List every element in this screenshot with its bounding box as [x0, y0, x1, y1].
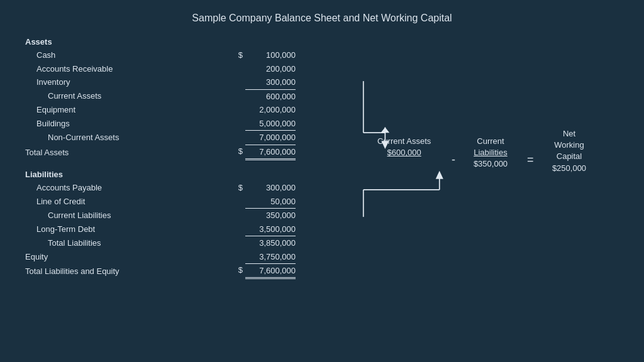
- non-current-assets-row: Non-Current Assets 7,000,000: [25, 130, 302, 144]
- equity-amount: 3,750,000: [245, 250, 296, 263]
- current-assets-amount: 600,000: [245, 89, 296, 103]
- long-term-debt-amount: 3,500,000: [245, 222, 296, 236]
- ar-amount: 200,000: [245, 62, 296, 75]
- line-of-credit-amount-col: 50,000: [220, 195, 302, 208]
- diagram-area: Current Assets $600,000 - CurrentLiabili…: [314, 60, 619, 287]
- diagram-svg: [314, 60, 619, 287]
- spacer-1: [25, 160, 302, 168]
- current-assets-row: Current Assets 600,000: [25, 89, 302, 103]
- inventory-amount-col: 300,000: [220, 75, 302, 89]
- non-current-assets-amount-col: 7,000,000: [220, 130, 302, 144]
- current-assets-label: Current Assets: [25, 89, 220, 102]
- non-current-assets-dollar: [234, 130, 243, 144]
- inventory-amount: 300,000: [245, 75, 296, 89]
- accounts-payable-amount-col: $ 300,000: [220, 181, 302, 194]
- buildings-dollar: [234, 117, 243, 130]
- cash-amount: 100,000: [245, 48, 296, 62]
- inventory-dollar: [234, 75, 243, 89]
- cash-dollar: $: [234, 48, 243, 62]
- page-container: Sample Company Balance Sheet and Net Wor…: [0, 0, 644, 362]
- accounts-payable-amount: 300,000: [245, 181, 296, 194]
- total-liab-equity-amount-col: $ 7,600,000: [220, 263, 302, 279]
- line-of-credit-dollar: [234, 195, 243, 208]
- accounts-payable-label: Accounts Payable: [25, 181, 220, 194]
- equipment-dollar: [234, 103, 243, 116]
- current-liabilities-amount: 350,000: [245, 208, 296, 222]
- equipment-amount-col: 2,000,000: [220, 103, 302, 116]
- current-liabilities-amount-col: 350,000: [220, 208, 302, 222]
- long-term-debt-row: Long-Term Debt 3,500,000: [25, 222, 302, 236]
- total-liabilities-amount-col: 3,850,000: [220, 236, 302, 250]
- long-term-debt-amount-col: 3,500,000: [220, 222, 302, 236]
- content-area: Assets Cash $ 100,000 Accounts Receivabl…: [25, 35, 619, 287]
- ar-amount-col: 200,000: [220, 62, 302, 75]
- total-liab-equity-dollar: $: [234, 263, 243, 279]
- current-assets-dollar: [234, 89, 243, 103]
- total-liab-equity-row: Total Liabilities and Equity $ 7,600,000: [25, 263, 302, 279]
- equipment-row: Equipment 2,000,000: [25, 103, 302, 116]
- equity-amount-col: 3,750,000: [220, 250, 302, 263]
- long-term-debt-dollar: [234, 222, 243, 236]
- line-of-credit-row: Line of Credit 50,000: [25, 195, 302, 208]
- equity-label: Equity: [25, 250, 220, 263]
- total-liab-equity-label: Total Liabilities and Equity: [25, 265, 220, 278]
- current-liabilities-label: Current Liabilities: [25, 209, 220, 222]
- ar-row: Accounts Receivable 200,000: [25, 62, 302, 75]
- liabilities-header-row: Liabilities: [25, 168, 302, 181]
- total-liabilities-dollar: [234, 236, 243, 250]
- cash-label: Cash: [25, 48, 220, 62]
- current-liabilities-row: Current Liabilities 350,000: [25, 208, 302, 222]
- buildings-amount-col: 5,000,000: [220, 117, 302, 130]
- ar-dollar: [234, 62, 243, 75]
- inventory-row: Inventory 300,000: [25, 75, 302, 89]
- total-assets-amount: 7,600,000: [245, 145, 296, 160]
- page-title: Sample Company Balance Sheet and Net Wor…: [25, 13, 619, 24]
- cash-amount-col: $ 100,000: [220, 48, 302, 62]
- liabilities-header: Liabilities: [25, 168, 302, 181]
- equipment-amount: 2,000,000: [245, 103, 296, 116]
- accounts-payable-row: Accounts Payable $ 300,000: [25, 181, 302, 194]
- total-liabilities-amount: 3,850,000: [245, 236, 296, 250]
- inventory-label: Inventory: [25, 75, 220, 89]
- long-term-debt-label: Long-Term Debt: [25, 222, 220, 236]
- assets-header-row: Assets: [25, 35, 302, 48]
- current-liabilities-dollar: [234, 208, 243, 222]
- current-assets-amount-col: 600,000: [220, 89, 302, 103]
- non-current-assets-amount: 7,000,000: [245, 130, 296, 144]
- line-of-credit-label: Line of Credit: [25, 195, 220, 208]
- buildings-label: Buildings: [25, 117, 220, 130]
- total-assets-row: Total Assets $ 7,600,000: [25, 145, 302, 160]
- balance-sheet: Assets Cash $ 100,000 Accounts Receivabl…: [25, 35, 302, 279]
- accounts-payable-dollar: $: [234, 181, 243, 194]
- total-assets-dollar: $: [234, 145, 243, 160]
- svg-marker-8: [436, 171, 443, 179]
- line-of-credit-amount: 50,000: [245, 195, 296, 208]
- buildings-row: Buildings 5,000,000: [25, 117, 302, 130]
- svg-marker-4: [381, 141, 389, 149]
- non-current-assets-label: Non-Current Assets: [25, 131, 220, 144]
- assets-header: Assets: [25, 35, 302, 48]
- equity-dollar: [234, 250, 243, 263]
- total-liabilities-row: Total Liabilities 3,850,000: [25, 236, 302, 250]
- total-liabilities-label: Total Liabilities: [25, 236, 220, 250]
- equity-row: Equity 3,750,000: [25, 250, 302, 263]
- total-assets-amount-col: $ 7,600,000: [220, 145, 302, 160]
- buildings-amount: 5,000,000: [245, 117, 296, 130]
- total-assets-label: Total Assets: [25, 146, 220, 159]
- ar-label: Accounts Receivable: [25, 62, 220, 75]
- equipment-label: Equipment: [25, 103, 220, 116]
- total-liab-equity-amount: 7,600,000: [245, 263, 296, 279]
- cash-row: Cash $ 100,000: [25, 48, 302, 62]
